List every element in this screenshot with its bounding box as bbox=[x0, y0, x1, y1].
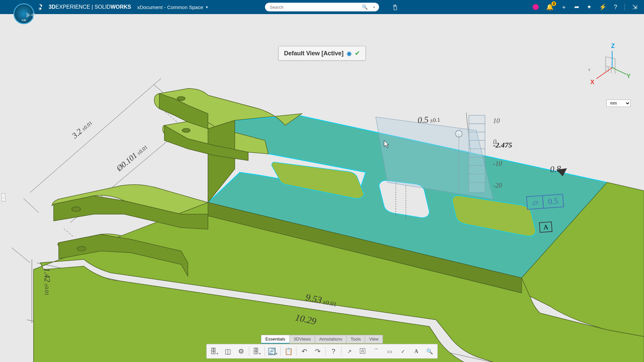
toolbar-separator bbox=[341, 347, 341, 356]
collaborate-icon[interactable]: ✦ bbox=[587, 3, 592, 11]
dimension-0-5[interactable]: 0.5±0.1 bbox=[417, 114, 440, 126]
view-indicator-label: Default View [Active] bbox=[284, 50, 344, 57]
clipboard-button[interactable]: 📋 bbox=[283, 346, 294, 357]
toolbar-separator bbox=[325, 347, 326, 356]
svg-line-0 bbox=[30, 78, 161, 192]
gdt-value: 0.5 bbox=[543, 194, 563, 208]
toolbar-separator bbox=[280, 347, 281, 356]
check-icon: ✔ bbox=[355, 50, 360, 57]
notifications-icon[interactable]: 🔔3 bbox=[546, 3, 553, 11]
check-button[interactable]: ✓ bbox=[397, 346, 409, 357]
status-dot[interactable] bbox=[533, 4, 539, 10]
tag-icon[interactable]: 🏷 bbox=[391, 4, 398, 10]
search-icon[interactable]: 🔍 bbox=[362, 4, 368, 10]
brand-divider: | bbox=[90, 4, 95, 10]
viewport[interactable]: Default View [Active] ◉ ✔ ‹ Z X Y mm › 3… bbox=[0, 14, 644, 362]
svg-line-6 bbox=[64, 229, 74, 237]
feedback-icon[interactable]: ⚡ bbox=[599, 3, 606, 11]
cube-icon: ◉ bbox=[347, 50, 352, 57]
dimension-1-42[interactable]: 1.42±0.01 bbox=[42, 268, 52, 296]
side-panel-expand[interactable]: › bbox=[1, 193, 5, 201]
triad-axes-icon bbox=[594, 49, 627, 83]
command-tabs: Essentials 3DViews Annotations Tools Vie… bbox=[261, 335, 383, 344]
triad-back-icon[interactable]: ‹ bbox=[588, 66, 590, 73]
app-header: V.R 3DEXPERIENCE | SOLIDWORKS xDocument … bbox=[0, 0, 644, 14]
brand-prefix: 3D bbox=[49, 4, 55, 10]
brand-app2: WORKS bbox=[111, 4, 131, 10]
svg-line-2 bbox=[23, 198, 39, 213]
slider-tick-10: 10 bbox=[493, 117, 500, 125]
search-wrap: 🔍 ▼ 🏷 bbox=[265, 3, 379, 11]
text-button[interactable]: A bbox=[411, 346, 422, 357]
note-button[interactable]: 🄰 bbox=[357, 346, 368, 357]
tab-3dviews[interactable]: 3DViews bbox=[290, 335, 315, 344]
zoom-button[interactable]: 🔍 bbox=[424, 346, 435, 357]
slider-value: -2.475 bbox=[493, 141, 512, 149]
datum-triangle-icon bbox=[556, 168, 568, 177]
compass-button[interactable]: V.R bbox=[13, 3, 34, 24]
header-right: 🔔3 ＋ ➦ ✦ ⚡ ? ⇲ bbox=[533, 3, 641, 11]
notification-badge: 3 bbox=[551, 1, 556, 6]
brand-mid: EXPERIENCE bbox=[55, 4, 90, 10]
svg-line-39 bbox=[612, 68, 627, 74]
units-select[interactable]: mm bbox=[606, 100, 631, 107]
chevron-down-icon: ▼ bbox=[205, 5, 209, 9]
settings-button[interactable]: ⚙ bbox=[235, 346, 247, 357]
cube-button[interactable]: ◫ bbox=[222, 346, 233, 357]
divider bbox=[625, 4, 625, 10]
gdt-frame[interactable]: ▱ 0.5 bbox=[526, 194, 564, 210]
search-dropdown-icon[interactable]: ▼ bbox=[373, 6, 376, 9]
dimension-button[interactable]: ↗ bbox=[343, 346, 355, 357]
axis-z-label: Z bbox=[611, 43, 615, 50]
compass-label: V.R bbox=[22, 19, 26, 22]
database-button[interactable]: 🗄▼ bbox=[251, 346, 263, 357]
help-icon[interactable]: ? bbox=[614, 4, 617, 11]
svg-point-17 bbox=[72, 207, 80, 212]
add-icon[interactable]: ＋ bbox=[561, 3, 567, 11]
datum-label[interactable]: A bbox=[539, 222, 553, 233]
command-toolbar: 🗄▼ ◫ ⚙ 🗄▼ 🔄▼ 📋 ↶ ↷ ? ↗ 🄰 ⌒ ▭ ✓ A 🔍 bbox=[206, 344, 438, 359]
surface-finish-button[interactable]: ⌒ bbox=[370, 346, 382, 357]
slider-tick-m10: -10 bbox=[493, 160, 502, 168]
document-name: xDocument - Common Space bbox=[137, 4, 203, 10]
ds-logo-icon bbox=[37, 3, 45, 11]
collapse-icon[interactable]: ⇲ bbox=[632, 3, 637, 11]
tab-tools[interactable]: Tools bbox=[346, 335, 365, 344]
svg-point-18 bbox=[77, 246, 86, 251]
tab-view[interactable]: View bbox=[365, 335, 383, 344]
slider-tick-m20: -20 bbox=[493, 182, 502, 189]
share-icon[interactable]: ➦ bbox=[574, 3, 579, 11]
rotate-view-button[interactable]: 🔄▼ bbox=[267, 346, 278, 357]
gdt-button[interactable]: ▭ bbox=[384, 346, 395, 357]
svg-line-38 bbox=[596, 68, 612, 79]
view-triad[interactable]: ‹ Z X Y bbox=[590, 43, 631, 83]
help-button[interactable]: ? bbox=[328, 346, 339, 357]
redo-button[interactable]: ↷ bbox=[312, 346, 323, 357]
gdt-flatness-icon: ▱ bbox=[527, 196, 544, 209]
brand-app1: SOLID bbox=[95, 4, 111, 10]
svg-point-15 bbox=[177, 97, 185, 101]
brand-title: 3DEXPERIENCE | SOLIDWORKS bbox=[49, 4, 131, 10]
toolbar-separator bbox=[296, 347, 297, 356]
toolbar-separator bbox=[249, 347, 249, 356]
view-indicator[interactable]: Default View [Active] ◉ ✔ bbox=[278, 46, 366, 61]
undo-button[interactable]: ↶ bbox=[299, 346, 310, 357]
svg-line-4 bbox=[12, 248, 30, 263]
save-button[interactable]: 🗄▼ bbox=[209, 346, 220, 357]
tab-essentials[interactable]: Essentials bbox=[261, 335, 289, 344]
document-breadcrumb[interactable]: xDocument - Common Space ▼ bbox=[137, 4, 209, 10]
tab-annotations[interactable]: Annotations bbox=[315, 335, 347, 344]
svg-point-16 bbox=[182, 128, 190, 132]
toolbar-separator bbox=[265, 347, 265, 356]
